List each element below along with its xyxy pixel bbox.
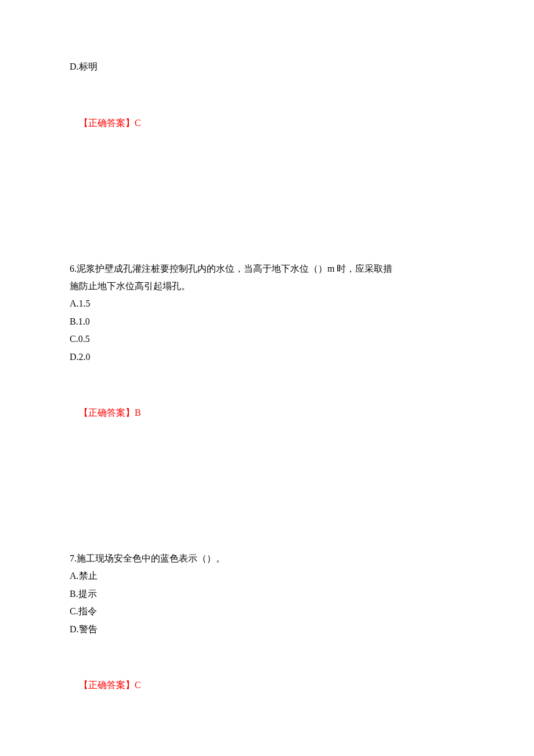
- q6-answer-label: 【正确答案】: [79, 408, 135, 417]
- q6-option-c: C.0.5: [70, 330, 464, 348]
- q7-answer-value: C: [135, 680, 141, 690]
- q7-stem: 7.施工现场安全色中的蓝色表示（）。: [70, 550, 464, 567]
- prev-answer-label: 【正确答案】: [79, 118, 135, 128]
- q7-option-a: A.禁止: [70, 567, 464, 585]
- prev-answer-value: C: [135, 118, 141, 128]
- q7-answer-label: 【正确答案】: [79, 680, 135, 690]
- q6-option-b: B.1.0: [70, 313, 464, 330]
- q7-option-d: D.警告: [70, 621, 464, 638]
- prev-option-d: D.标明: [70, 58, 464, 75]
- q6-answer: 【正确答案】B: [70, 387, 464, 440]
- document-page: D.标明 【正确答案】C 6.泥浆护壁成孔灌注桩要控制孔内的水位，当高于地下水位…: [0, 0, 534, 756]
- q6-stem-1: 6.泥浆护壁成孔灌注桩要控制孔内的水位，当高于地下水位（）m 时，应采取措: [70, 260, 464, 278]
- q6-stem-2: 施防止地下水位高引起塌孔。: [70, 278, 464, 295]
- q7-option-c: C.指令: [70, 603, 464, 620]
- q6-option-a: A.1.5: [70, 295, 464, 312]
- q6-option-d: D.2.0: [70, 348, 464, 366]
- q7-answer: 【正确答案】C: [70, 659, 464, 712]
- q6-answer-value: B: [135, 408, 141, 417]
- prev-answer: 【正确答案】C: [70, 96, 464, 149]
- q7-option-b: B.提示: [70, 585, 464, 603]
